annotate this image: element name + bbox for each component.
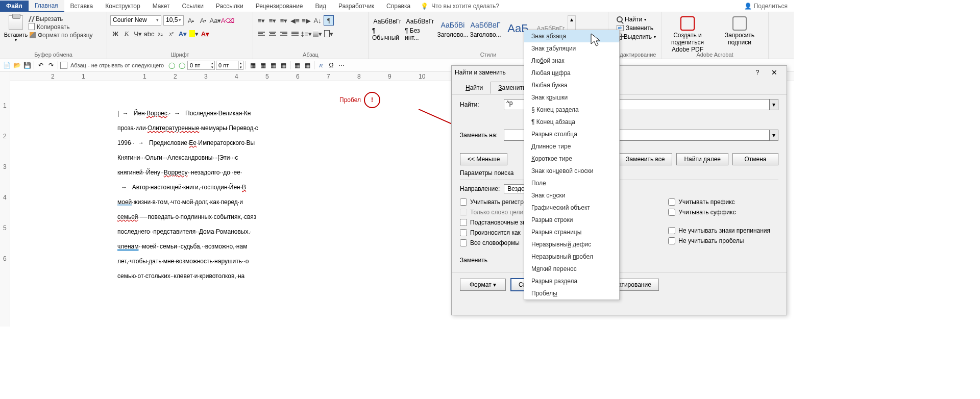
tab-help[interactable]: Справка	[380, 1, 416, 12]
style-heading1[interactable]: АаБбВіЗаголово...	[437, 15, 469, 44]
dialog-help-button[interactable]: ?	[750, 69, 765, 76]
ignore-space-checkbox[interactable]: Не учитывать пробелы	[668, 237, 770, 244]
qat-b3[interactable]: ▦	[268, 61, 278, 70]
select-button[interactable]: Выделить▾	[615, 33, 658, 41]
special-item-en-dash[interactable]: Короткое тире	[524, 153, 619, 165]
special-item-para-end[interactable]: ¶ Конец абзаца	[524, 116, 619, 128]
format-painter-button[interactable]: Формат по образцу	[29, 32, 94, 39]
tab-find-dialog[interactable]: Найти	[458, 82, 491, 94]
show-hide-button[interactable]: ¶	[324, 15, 334, 26]
qat-b1[interactable]: ▦	[248, 61, 257, 70]
qat-redo[interactable]: ↷	[46, 61, 56, 70]
superscript-button[interactable]: x²	[166, 29, 177, 39]
special-item-column-break[interactable]: Разрыв столбца	[524, 128, 619, 140]
prefix-checkbox[interactable]: Учитывать префикс	[668, 198, 770, 206]
ignore-punct-checkbox[interactable]: Не учитывать знаки препинания	[668, 227, 770, 234]
qat-open[interactable]: 📂	[12, 61, 21, 70]
align-center-button[interactable]	[267, 29, 278, 39]
tab-developer[interactable]: Разработчик	[332, 1, 380, 12]
special-item-any-letter[interactable]: Любая буква	[524, 79, 619, 91]
request-signatures-button[interactable]: Запросить подписи	[717, 16, 763, 53]
tab-view[interactable]: Вид	[309, 1, 332, 12]
special-item-field[interactable]: Поле	[524, 177, 619, 189]
style-nospacing[interactable]: АаБбВвГг¶ Без инт...	[404, 15, 436, 44]
justify-button[interactable]	[290, 29, 300, 39]
find-dropdown[interactable]: ▾	[769, 99, 778, 110]
borders-button[interactable]: ▾	[324, 29, 334, 39]
special-item-paragraph[interactable]: Знак абзаца	[524, 30, 619, 42]
qat-undo[interactable]: ↶	[36, 61, 45, 70]
format-button[interactable]: Формат ▾	[460, 279, 506, 291]
special-item-page-break[interactable]: Разрыв страницы	[524, 226, 619, 238]
qat-pi[interactable]: π	[316, 61, 326, 70]
highlight-button[interactable]: ▾	[189, 29, 199, 39]
font-name-select[interactable]: Courier New	[110, 15, 161, 26]
subscript-button[interactable]: x₂	[155, 29, 165, 39]
find-next-button[interactable]: Найти далее	[676, 153, 728, 165]
bullets-button[interactable]: ≡▾	[256, 15, 266, 26]
cut-button[interactable]: Вырезать	[29, 15, 94, 22]
tab-layout[interactable]: Макет	[146, 1, 176, 12]
special-item-line-break[interactable]: Разрыв строки	[524, 214, 619, 226]
qat-check1[interactable]	[60, 62, 67, 69]
spacing-after-input[interactable]: 0 пт	[216, 61, 243, 70]
qat-b5[interactable]: ▦	[292, 61, 302, 70]
font-color-button[interactable]: A▾	[200, 29, 210, 39]
shading-button[interactable]: ▾	[312, 29, 323, 39]
qat-b4[interactable]: ▦	[279, 61, 288, 70]
special-item-section-break[interactable]: Разрыв раздела	[524, 275, 619, 287]
tab-constructor[interactable]: Конструктор	[99, 1, 146, 12]
special-item-footnote[interactable]: Знак сноски	[524, 189, 619, 202]
tab-home[interactable]: Главная	[29, 0, 64, 12]
special-item-graphic[interactable]: Графический объект	[524, 202, 619, 214]
underline-button[interactable]: Ч▾	[133, 29, 143, 39]
multilevel-button[interactable]: ≡▾	[279, 15, 289, 26]
change-case-button[interactable]: Aa▾	[210, 15, 220, 26]
style-normal[interactable]: АаБбВвГг¶ Обычный	[372, 15, 403, 44]
special-item-caret[interactable]: Знак крышки	[524, 91, 619, 104]
replace-all-button[interactable]: Заменить все	[618, 153, 672, 165]
special-item-opt-hyphen[interactable]: Мягкий перенос	[524, 263, 619, 275]
qat-more[interactable]: ⋯	[337, 61, 346, 70]
font-size-select[interactable]: 10,5	[163, 15, 184, 26]
special-item-tab[interactable]: Знак табуляции	[524, 42, 619, 55]
tab-file[interactable]: Файл	[0, 1, 29, 12]
qat-save[interactable]: 💾	[22, 61, 32, 70]
special-item-section-end[interactable]: § Конец раздела	[524, 104, 619, 116]
qat-b6[interactable]: ▦	[303, 61, 312, 70]
align-right-button[interactable]	[279, 29, 289, 39]
sort-button[interactable]: A↓	[312, 15, 323, 26]
text-effects-button[interactable]: A▾	[178, 29, 188, 39]
qat-circle1[interactable]: ◯	[167, 61, 176, 70]
special-item-nb-space[interactable]: Неразрывный пробел	[524, 251, 619, 263]
copy-button[interactable]: Копировать	[29, 23, 94, 31]
shrink-font-button[interactable]: A▾	[198, 15, 208, 26]
replace-dropdown[interactable]: ▾	[769, 130, 778, 141]
decrease-indent-button[interactable]: ◀≡	[290, 15, 300, 26]
increase-indent-button[interactable]: ≡▶	[301, 15, 311, 26]
qat-b2[interactable]: ▦	[258, 61, 267, 70]
special-item-any-char[interactable]: Любой знак	[524, 55, 619, 67]
dialog-close-button[interactable]: ✕	[765, 68, 783, 77]
less-button[interactable]: << Меньше	[460, 153, 507, 165]
cancel-button[interactable]: Отмена	[732, 153, 778, 165]
share-button[interactable]: 👤Поделиться	[744, 3, 788, 10]
numbering-button[interactable]: ≡▾	[267, 15, 278, 26]
spacing-before-input[interactable]: 0 пт	[187, 61, 215, 70]
special-item-em-dash[interactable]: Длинное тире	[524, 140, 619, 153]
clear-formatting-button[interactable]: A⌫	[223, 15, 233, 26]
special-item-whitespace[interactable]: Пробелы	[524, 287, 619, 300]
special-item-any-digit[interactable]: Любая цифра	[524, 67, 619, 79]
style-heading2[interactable]: АаБбВвГЗаголово...	[470, 15, 501, 44]
tab-review[interactable]: Рецензирование	[250, 1, 309, 12]
line-spacing-button[interactable]: ‡≡▾	[301, 29, 311, 39]
replace-button[interactable]: abЗаменить	[615, 24, 658, 32]
create-pdf-button[interactable]: Создать и поделиться Adobe PDF	[665, 16, 710, 53]
bold-button[interactable]: Ж	[110, 29, 120, 39]
qat-circle2[interactable]: ◯	[177, 61, 186, 70]
tab-insert[interactable]: Вставка	[64, 1, 100, 12]
tab-references[interactable]: Ссылки	[176, 1, 210, 12]
italic-button[interactable]: К	[121, 29, 132, 39]
qat-new[interactable]: 📄	[2, 61, 11, 70]
strikethrough-button[interactable]: abc	[144, 29, 154, 39]
